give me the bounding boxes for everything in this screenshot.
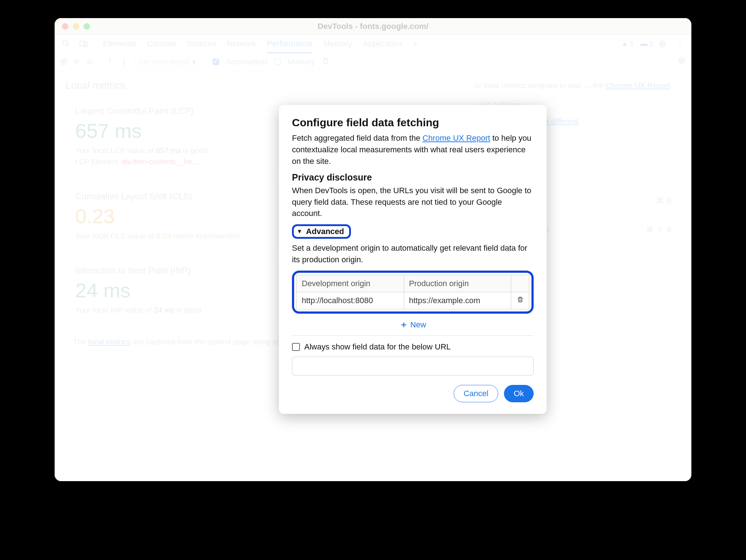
col-dev-origin: Development origin [297,275,404,292]
col-prod-origin: Production origin [404,275,511,292]
new-label: New [410,320,426,329]
dev-origin-cell[interactable]: http://localhost:8080 [297,292,404,309]
col-actions [511,275,529,292]
origin-row: http://localhost:8080 https://example.co… [297,292,529,309]
ok-button[interactable]: Ok [504,385,534,402]
add-origin-button[interactable]: ＋New [292,319,534,330]
plus-icon: ＋ [399,319,408,329]
advanced-description: Set a development origin to automaticall… [292,242,534,266]
delete-row-button[interactable] [511,292,529,309]
always-show-checkbox[interactable] [292,343,300,351]
always-show-row: Always show field data for the below URL [292,342,534,352]
dialog-buttons: Cancel Ok [292,385,534,402]
field-data-dialog: Configure field data fetching Fetch aggr… [279,105,547,414]
trash-icon [517,296,524,303]
privacy-text: When DevTools is open, the URLs you visi… [292,185,534,220]
divider [292,335,534,336]
dialog-title: Configure field data fetching [292,116,534,129]
origin-mapping-table: Development origin Production origin htt… [296,275,529,309]
cancel-button[interactable]: Cancel [454,385,498,402]
crux-report-link[interactable]: Chrome UX Report [423,133,490,143]
advanced-label: Advanced [306,227,344,236]
prod-origin-cell[interactable]: https://example.com [404,292,511,309]
privacy-heading: Privacy disclosure [292,172,534,183]
dialog-intro: Fetch aggregated field data from the Chr… [292,132,534,167]
always-show-label: Always show field data for the below URL [304,342,451,352]
url-override-input[interactable] [292,357,534,376]
advanced-toggle[interactable]: Advanced [292,224,351,239]
origin-mapping-highlight: Development origin Production origin htt… [292,271,534,314]
devtools-window: DevTools - fonts.google.com/ Elements Co… [55,18,691,481]
